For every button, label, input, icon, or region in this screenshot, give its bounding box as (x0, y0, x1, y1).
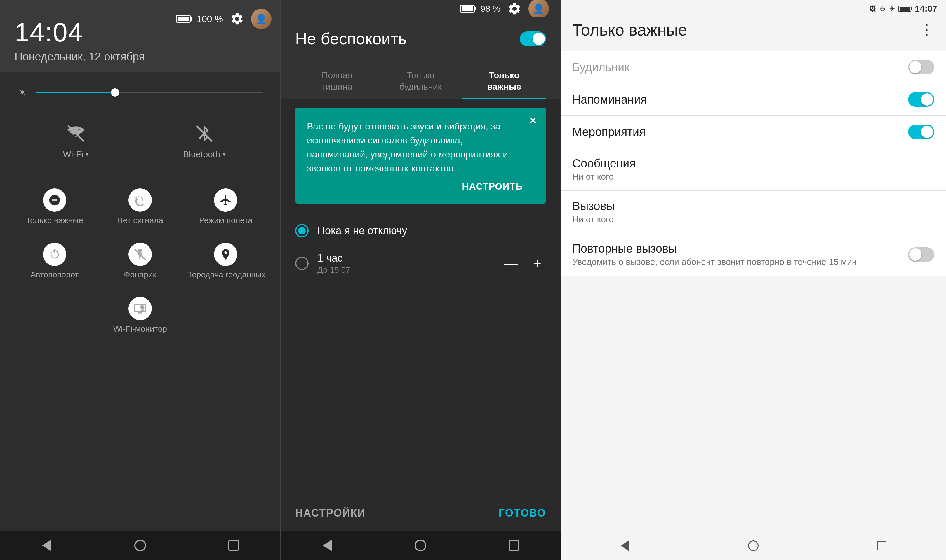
panel3-recents-icon (877, 541, 886, 550)
panel3-back-button[interactable] (613, 534, 636, 557)
notification-panel: 14:04 Понедельник, 12 октября 100 % 👤 ☀ (0, 0, 280, 560)
dnd-configure-button[interactable]: НАСТРОИТЬ (307, 175, 534, 192)
action-only-important[interactable]: Только важные (12, 180, 97, 234)
wifi-tile[interactable]: Wi-Fi ▾ (12, 113, 140, 168)
setting-repeat-calls-label: Повторные вызовы (572, 242, 908, 255)
setting-alarm: Будильник (560, 51, 946, 83)
setting-messages[interactable]: Сообщения Ни от кого (560, 148, 946, 191)
setting-calls[interactable]: Вызовы Ни от кого (560, 191, 946, 233)
bluetooth-tile[interactable]: Bluetooth ▾ (140, 113, 269, 168)
duration-one-hour: 1 час До 15:07 — + (281, 249, 560, 286)
settings-button[interactable] (229, 11, 245, 27)
dnd-toggle-knob (532, 33, 545, 45)
setting-reminders-label: Напоминания (572, 93, 908, 106)
dnd-info-close-button[interactable]: ✕ (526, 114, 540, 128)
autorotate-label: Автоповорот (30, 270, 79, 279)
duration-one-hour-radio[interactable] (295, 257, 309, 270)
panel3-home-button[interactable] (742, 534, 765, 557)
setting-reminders-toggle-knob (921, 93, 933, 106)
panel3-status-icon-airplane: ✈ (889, 5, 895, 13)
setting-alarm-toggle[interactable] (908, 60, 934, 74)
geodata-label: Передача геоданных (186, 270, 266, 279)
setting-repeat-calls: Повторные вызовы Уведомить о вызове, есл… (560, 233, 946, 276)
duration-until-off-title: Пока я не отключу (317, 225, 546, 237)
wifi-monitor-label: Wi-Fi-монитор (113, 324, 167, 334)
tab-full-silence[interactable]: Полная тишина (295, 51, 379, 99)
setting-repeat-calls-toggle-knob (909, 249, 921, 261)
panel3-home-icon (748, 540, 759, 551)
home-button[interactable] (128, 534, 152, 557)
dnd-toggle[interactable] (520, 31, 546, 46)
setting-alarm-text: Будильник (572, 61, 908, 74)
dnd-info-box: Вас не будут отвлекать звуки и вибрация,… (295, 108, 546, 203)
action-geodata[interactable]: Передача геоданных (183, 234, 269, 288)
dnd-panel: 98 % 👤 Не беспокоить Полная тишина Тольк… (280, 0, 560, 560)
action-airplane[interactable]: Режим полета (183, 180, 269, 234)
panel2-back-button[interactable] (316, 534, 339, 557)
duration-until-off: Пока я не отключу (281, 212, 560, 249)
setting-events: Мероприятия (560, 116, 946, 148)
panel3-recents-button[interactable] (870, 534, 894, 557)
setting-calls-label: Вызовы (572, 200, 934, 212)
bt-chevron: ▾ (222, 151, 226, 158)
panel2-status-bar: 98 % 👤 (281, 0, 560, 17)
setting-calls-sublabel: Ни от кого (572, 214, 934, 224)
action-wifi-monitor[interactable]: Wi-Fi-монитор (97, 288, 183, 342)
action-autorotate[interactable]: Автоповорот (12, 234, 97, 288)
panel2-battery-icon (460, 5, 475, 12)
duration-increase-button[interactable]: + (528, 255, 546, 272)
tab-alarm-only[interactable]: Только будильник (379, 51, 462, 99)
duration-until-off-radio-inner (298, 227, 306, 234)
quick-tiles: Wi-Fi ▾ Bluetooth ▾ (0, 105, 280, 177)
tab-important-only[interactable]: Только важные (463, 51, 546, 99)
panel2-settings-button[interactable] (506, 1, 523, 17)
brightness-slider[interactable] (35, 92, 263, 93)
no-signal-label: Нет сигнала (117, 216, 163, 225)
setting-messages-sublabel: Ни от кого (572, 172, 934, 182)
panel2-home-button[interactable] (409, 534, 432, 557)
duration-controls: — + (502, 255, 546, 272)
nav-bar-panel2 (281, 531, 560, 560)
back-button[interactable] (35, 534, 59, 557)
setting-repeat-calls-toggle[interactable] (908, 247, 934, 262)
panel2-bottom-row: НАСТРОЙКИ ГОТОВО (281, 495, 560, 531)
panel2-done-btn[interactable]: ГОТОВО (499, 504, 546, 522)
duration-until-off-radio[interactable] (295, 224, 309, 237)
action-flashlight[interactable]: Фонарик (97, 234, 183, 288)
dnd-tabs-container: Полная тишина Только будильник Только ва… (281, 51, 560, 99)
more-options-button[interactable]: ⋮ (920, 23, 934, 37)
recents-button[interactable] (222, 534, 245, 557)
only-important-label: Только важные (26, 216, 83, 225)
dnd-title: Не беспокоить (295, 29, 407, 48)
setting-alarm-label: Будильник (572, 61, 908, 74)
duration-decrease-button[interactable]: — (502, 255, 520, 272)
status-icons: 100 % 👤 (176, 9, 272, 29)
setting-calls-text: Вызовы Ни от кого (572, 200, 934, 224)
panel2-avatar[interactable]: 👤 (528, 0, 549, 19)
setting-reminders-toggle[interactable] (908, 92, 934, 107)
setting-reminders: Напоминания (560, 83, 946, 116)
clock-date: Понедельник, 12 октября (15, 51, 266, 63)
setting-repeat-calls-text: Повторные вызовы Уведомить о вызове, есл… (572, 242, 908, 267)
wifi-icon (64, 122, 88, 145)
home-icon (134, 540, 146, 551)
airplane-label: Режим полета (199, 216, 253, 225)
setting-repeat-calls-sublabel: Уведомить о вызове, если абонент звонит … (572, 257, 908, 267)
wifi-label: Wi-Fi ▾ (63, 149, 89, 159)
panel2-settings-btn[interactable]: НАСТРОЙКИ (295, 504, 366, 522)
panel3-title: Только важные (572, 20, 687, 39)
panel3-battery-icon (898, 6, 911, 12)
panel2-back-icon (323, 540, 332, 551)
panel2-recents-button[interactable] (502, 534, 526, 557)
panel2-gear-icon (508, 2, 522, 16)
avatar[interactable]: 👤 (251, 9, 272, 29)
bluetooth-icon (193, 122, 216, 145)
duration-until-off-text: Пока я не отключу (317, 225, 546, 237)
panel3-status-icon-block: ⊖ (880, 5, 886, 13)
panel3-back-icon (621, 540, 629, 551)
action-no-signal[interactable]: Нет сигнала (97, 180, 183, 234)
setting-events-toggle[interactable] (908, 125, 934, 139)
duration-one-hour-text: 1 час До 15:07 (317, 252, 494, 275)
no-signal-icon (128, 188, 152, 212)
bluetooth-label: Bluetooth ▾ (183, 149, 226, 159)
